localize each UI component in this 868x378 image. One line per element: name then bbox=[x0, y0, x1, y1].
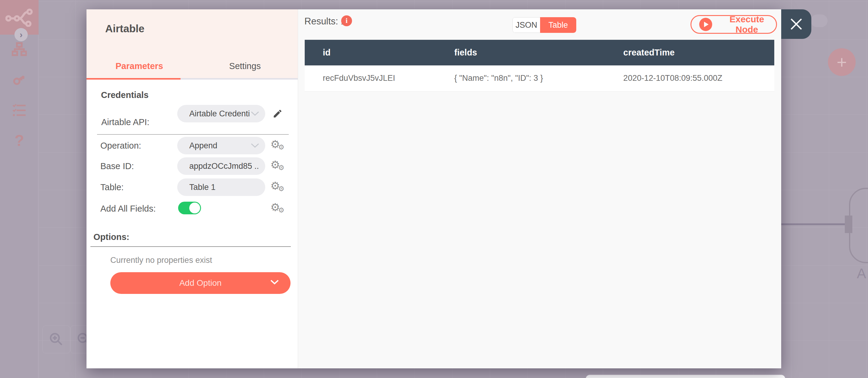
base-id-value: appdzOCcJmd85 ... bbox=[189, 162, 259, 171]
close-icon bbox=[789, 17, 803, 31]
operation-value: Append bbox=[189, 141, 250, 150]
zoom-in-icon bbox=[49, 332, 64, 347]
parameters-panel: Airtable Parameters Settings Credentials… bbox=[87, 9, 298, 368]
table-header-row: id fields createdTime bbox=[305, 40, 774, 65]
cell-createdtime: 2020-12-10T08:09:55.000Z bbox=[605, 65, 774, 91]
options-empty-text: Currently no properties exist bbox=[110, 256, 212, 265]
airtable-api-select[interactable]: Airtable Credentia ... bbox=[177, 105, 265, 122]
results-table: id fields createdTime recFduVbsvJ5vJLEI … bbox=[305, 40, 774, 92]
node-title: Airtable bbox=[105, 23, 144, 35]
add-option-button[interactable]: Add Option bbox=[110, 272, 290, 294]
play-icon bbox=[699, 18, 712, 31]
execute-node-button[interactable]: Execute Node bbox=[690, 15, 777, 34]
sidebar-item-help[interactable]: ? bbox=[0, 131, 38, 150]
view-json-button[interactable]: JSON bbox=[513, 17, 540, 33]
airtable-api-label: Airtable API: bbox=[101, 117, 150, 127]
base-id-input[interactable]: appdzOCcJmd85 ... bbox=[177, 157, 265, 175]
base-id-options-button[interactable]: ⚙⚙ bbox=[270, 158, 285, 174]
credentials-heading: Credentials bbox=[101, 90, 149, 100]
close-modal-button[interactable] bbox=[781, 9, 811, 39]
table-row: recFduVbsvJ5vJLEI { "Name": "n8n", "ID":… bbox=[305, 65, 774, 91]
edit-credential-button[interactable] bbox=[270, 106, 285, 122]
workflow-active-toggle[interactable] bbox=[811, 14, 828, 27]
column-header-fields: fields bbox=[436, 40, 605, 65]
operation-label: Operation: bbox=[100, 141, 141, 151]
add-all-fields-label: Add All Fields: bbox=[100, 204, 156, 214]
add-all-fields-toggle[interactable] bbox=[178, 202, 201, 214]
column-header-id: id bbox=[305, 40, 436, 65]
table-options-button[interactable]: ⚙⚙ bbox=[270, 179, 285, 195]
tab-parameters[interactable]: Parameters bbox=[87, 54, 192, 78]
chevron-down-icon bbox=[251, 111, 259, 116]
node-label: A bbox=[857, 265, 866, 282]
node-settings-modal: Airtable Parameters Settings Credentials… bbox=[87, 9, 781, 368]
gears-icon: ⚙⚙ bbox=[270, 180, 285, 194]
gears-icon: ⚙⚙ bbox=[270, 159, 285, 173]
airtable-api-value: Airtable Credentia ... bbox=[189, 109, 250, 119]
cell-fields: { "Name": "n8n", "ID": 3 } bbox=[436, 65, 605, 91]
tab-settings[interactable]: Settings bbox=[192, 54, 298, 78]
operation-options-button[interactable]: ⚙⚙ bbox=[270, 138, 285, 153]
active-tab-indicator bbox=[87, 78, 181, 80]
sidebar-collapse-button[interactable]: › bbox=[14, 28, 28, 41]
notification-toast bbox=[586, 375, 785, 378]
tab-underline bbox=[87, 78, 298, 80]
node-input-connector[interactable] bbox=[845, 216, 852, 233]
n8n-editor-screen: › bbox=[0, 0, 868, 378]
add-option-label: Add Option bbox=[179, 278, 221, 288]
results-view-toggle: JSON Table bbox=[513, 17, 576, 33]
sidebar-item-executions[interactable] bbox=[0, 104, 38, 117]
gears-icon: ⚙⚙ bbox=[270, 201, 285, 216]
question-mark-icon: ? bbox=[14, 131, 24, 150]
toggle-knob bbox=[189, 202, 200, 213]
info-icon[interactable]: i bbox=[341, 15, 352, 26]
results-panel: Results: 1 i JSON Table Execute Node id … bbox=[298, 9, 781, 368]
sidebar-item-workflows[interactable] bbox=[0, 42, 38, 56]
options-heading: Options: bbox=[93, 232, 129, 242]
section-divider bbox=[97, 134, 289, 135]
chevron-down-icon bbox=[251, 143, 259, 148]
cell-id: recFduVbsvJ5vJLEI bbox=[305, 65, 436, 91]
pencil-icon bbox=[273, 108, 283, 119]
panel-header: Airtable Parameters Settings bbox=[87, 9, 298, 78]
key-icon bbox=[12, 72, 27, 87]
n8n-logo-icon bbox=[5, 7, 33, 27]
execute-node-label: Execute Node bbox=[718, 14, 776, 35]
base-id-label: Base ID: bbox=[100, 161, 134, 171]
table-input[interactable]: Table 1 bbox=[177, 179, 265, 196]
workflow-icon bbox=[12, 42, 27, 56]
table-value: Table 1 bbox=[189, 183, 259, 192]
table-label: Table: bbox=[100, 182, 124, 192]
executions-list-icon bbox=[12, 104, 26, 117]
sidebar: › bbox=[0, 0, 38, 378]
tab-bar: Parameters Settings bbox=[87, 54, 298, 78]
results-count-label: Results: 1 bbox=[304, 16, 346, 27]
zoom-in-button[interactable] bbox=[42, 325, 70, 353]
sidebar-item-credentials[interactable] bbox=[0, 72, 38, 87]
options-divider bbox=[90, 246, 291, 247]
operation-select[interactable]: Append bbox=[177, 137, 265, 154]
chevron-down-icon bbox=[270, 279, 279, 285]
add-node-button[interactable]: + bbox=[828, 48, 856, 76]
add-all-fields-options-button[interactable]: ⚙⚙ bbox=[270, 201, 285, 216]
view-table-button[interactable]: Table bbox=[540, 17, 576, 33]
connection-line bbox=[781, 223, 846, 225]
gears-icon: ⚙⚙ bbox=[270, 138, 285, 153]
column-header-createdtime: createdTime bbox=[605, 40, 774, 65]
